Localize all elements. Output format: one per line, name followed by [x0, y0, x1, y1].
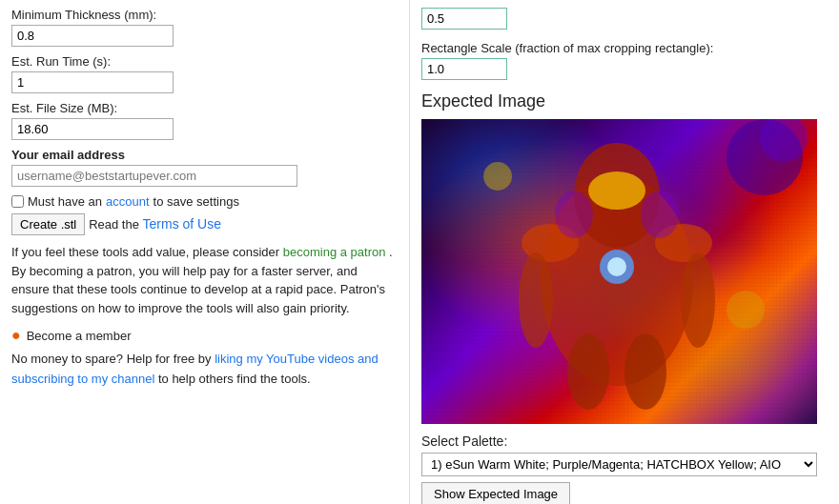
- min-thickness-label: Minimum Thickness (mm):: [11, 8, 398, 22]
- expected-image: [421, 119, 817, 424]
- become-member-label: Become a member: [27, 329, 132, 343]
- est-filesize-input[interactable]: [11, 118, 174, 140]
- patron-info: If you feel these tools add value, pleas…: [11, 243, 398, 317]
- svg-point-5: [607, 257, 626, 276]
- account-link[interactable]: account: [106, 194, 150, 209]
- svg-point-11: [624, 333, 666, 410]
- read-the-text: Read the: [89, 217, 142, 232]
- value1-row: [421, 8, 828, 35]
- svg-point-8: [519, 252, 553, 348]
- svg-point-12: [555, 191, 593, 238]
- main-layout: Minimum Thickness (mm): Est. Run Time (s…: [0, 0, 839, 504]
- est-runtime-group: Est. Run Time (s):: [11, 54, 398, 93]
- left-panel: Minimum Thickness (mm): Est. Run Time (s…: [0, 0, 410, 504]
- info-prefix: If you feel these tools add value, pleas…: [11, 245, 279, 259]
- help-others-text: to help others find the tools.: [158, 372, 311, 386]
- email-input[interactable]: [11, 165, 297, 187]
- ironman-svg: [421, 119, 817, 424]
- svg-point-9: [681, 252, 715, 348]
- show-expected-image-button[interactable]: Show Expected Image: [421, 482, 570, 504]
- account-checkbox[interactable]: [11, 195, 24, 208]
- svg-point-10: [567, 333, 609, 410]
- bottom-help-text: No money to spare? Help for free by liki…: [11, 350, 398, 390]
- svg-point-13: [641, 191, 679, 238]
- svg-point-16: [483, 162, 512, 191]
- email-label: Your email address: [11, 148, 398, 162]
- min-thickness-input[interactable]: [11, 25, 174, 47]
- expected-image-title: Expected Image: [421, 91, 828, 111]
- rect-scale-row: Rectangle Scale (fraction of max croppin…: [421, 41, 828, 86]
- est-filesize-group: Est. File Size (MB):: [11, 101, 398, 140]
- est-runtime-input[interactable]: [11, 71, 174, 93]
- est-runtime-label: Est. Run Time (s):: [11, 54, 398, 69]
- account-checkbox-row: Must have an account to save settings: [11, 194, 398, 209]
- becoming-patron-link[interactable]: becoming a patron: [283, 245, 386, 259]
- create-stl-button[interactable]: Create .stl: [11, 213, 85, 235]
- become-member-row: ● Become a member: [11, 327, 398, 344]
- right-panel: Rectangle Scale (fraction of max croppin…: [410, 0, 839, 504]
- min-thickness-group: Minimum Thickness (mm):: [11, 8, 398, 47]
- rect-scale-label: Rectangle Scale (fraction of max croppin…: [421, 41, 828, 55]
- patreon-icon: ●: [11, 327, 21, 344]
- create-terms-row: Create .stl Read the Terms of Use: [11, 213, 398, 235]
- est-filesize-label: Est. File Size (MB):: [11, 101, 398, 115]
- rect-scale-input[interactable]: [421, 58, 507, 80]
- value1-input[interactable]: [421, 8, 507, 30]
- must-have-text: Must have an: [28, 194, 102, 209]
- email-group: Your email address: [11, 148, 398, 187]
- svg-point-3: [588, 171, 645, 210]
- palette-select[interactable]: 1) eSun Warm White; Purple/Magenta; HATC…: [421, 453, 817, 476]
- no-money-text: No money to spare? Help for free by: [11, 352, 215, 366]
- terms-link[interactable]: Terms of Use: [143, 216, 221, 232]
- svg-point-17: [726, 291, 765, 329]
- palette-label: Select Palette:: [421, 433, 828, 449]
- to-save-text: to save settings: [153, 194, 239, 209]
